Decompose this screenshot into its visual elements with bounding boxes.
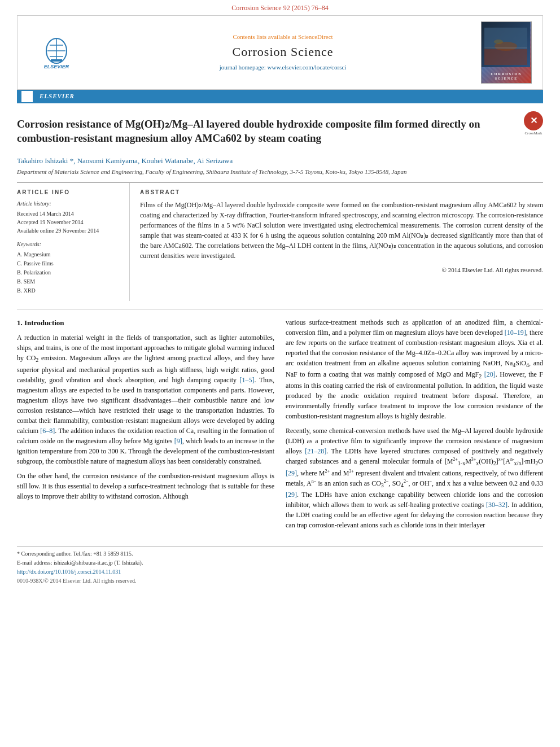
journal-cover-image: CORROSION SCIENCE <box>478 21 535 84</box>
journal-citation: Corrosion Science 92 (2015) 76–84 <box>0 0 560 15</box>
citation-text: Corrosion Science 92 (2015) 76–84 <box>231 4 328 12</box>
intro-para-2: On the other hand, the corrosion resista… <box>17 471 274 501</box>
section-number: 1. <box>17 318 23 327</box>
elsevier-logo: ELSEVIER <box>34 31 79 73</box>
authors-line: Takahiro Ishizaki *, Naosumi Kamiyama, K… <box>17 156 543 166</box>
abstract-body: Films of the Mg(OH)₂/Mg–Al layered doubl… <box>140 201 543 260</box>
article-info-panel: Article Info Article history: Received 1… <box>17 183 130 301</box>
keyword-4: B. SEM <box>17 277 120 286</box>
sciencedirect-link: Contents lists available at ScienceDirec… <box>233 33 333 41</box>
footnote-area: * Corresponding author. Tel./fax: +81 3 … <box>17 546 543 567</box>
journal-title: Corrosion Science <box>233 43 334 61</box>
article-info-header: Article Info <box>17 189 120 196</box>
sciencedirect-text: ScienceDirect <box>298 33 333 40</box>
right-para-1: various surface-treatment methods such a… <box>286 317 543 422</box>
received-date: Received 14 March 2014 <box>17 209 120 218</box>
article-title: Corrosion resistance of Mg(OH)₂/Mg–Al la… <box>17 117 543 146</box>
article-history: Article history: Received 14 March 2014 … <box>17 200 120 235</box>
body-right-column: various surface-treatment methods such a… <box>286 317 543 535</box>
affiliation-text: Department of Materials Science and Engi… <box>17 168 543 176</box>
history-label: Article history: <box>17 200 120 208</box>
accepted-date: Accepted 19 November 2014 <box>17 218 120 226</box>
available-date: Available online 29 November 2014 <box>17 226 120 235</box>
body-left-column: 1. Introduction A reduction in material … <box>17 317 274 535</box>
issn-text: 0010-938X/© 2014 Elsevier Ltd. All right… <box>17 577 543 585</box>
cover-image: CORROSION SCIENCE <box>481 21 532 84</box>
crossmark-widget[interactable]: ✕ CrossMark <box>524 111 543 137</box>
cover-label1: CORROSION <box>491 72 522 76</box>
article-body: Article Info Article history: Received 1… <box>17 182 543 301</box>
intro-heading: 1. Introduction <box>17 317 274 329</box>
abstract-header: Abstract <box>140 189 543 196</box>
keyword-5: B. XRD <box>17 286 120 295</box>
elsevier-name: ELSEVIER <box>40 92 75 101</box>
main-content: ✕ CrossMark Corrosion resistance of Mg(O… <box>17 103 543 540</box>
copyright-text: © 2014 Elsevier Ltd. All rights reserved… <box>140 265 543 275</box>
doi-link[interactable]: http://dx.doi.org/10.1016/j.corsci.2014.… <box>17 568 543 576</box>
cover-label2: SCIENCE <box>491 77 522 81</box>
abstract-panel: Abstract Films of the Mg(OH)₂/Mg–Al laye… <box>130 183 543 301</box>
journal-header: ELSEVIER Contents lists available at Sci… <box>17 15 543 90</box>
elsevier-bar: ELSEVIER <box>17 90 543 103</box>
svg-rect-12 <box>484 47 527 49</box>
keyword-1: A. Magnesium <box>17 250 120 259</box>
right-para-2: Recently, some chemical-conversion metho… <box>286 426 543 530</box>
footnote-email: E-mail address: ishizaki@shibaura-it.ac.… <box>17 559 543 567</box>
abstract-text: Films of the Mg(OH)₂/Mg–Al layered doubl… <box>140 200 543 275</box>
journal-homepage: journal homepage: www.elsevier.com/locat… <box>220 63 347 72</box>
footnote-star: * Corresponding author. Tel./fax: +81 3 … <box>17 550 543 558</box>
journal-header-center: Contents lists available at ScienceDirec… <box>88 33 478 72</box>
body-two-columns: 1. Introduction A reduction in material … <box>17 309 543 535</box>
elsevier-logo-area: ELSEVIER <box>25 31 88 73</box>
authors-text: Takahiro Ishizaki *, Naosumi Kamiyama, K… <box>17 156 233 165</box>
elsevier-logo-white-box <box>21 91 33 102</box>
cover-art <box>482 22 530 67</box>
keywords-label: Keywords: <box>17 241 120 248</box>
svg-rect-9 <box>484 49 527 65</box>
svg-text:ELSEVIER: ELSEVIER <box>44 64 69 69</box>
svg-point-11 <box>494 40 503 44</box>
crossmark-label: CrossMark <box>524 131 543 137</box>
keyword-3: B. Polarization <box>17 268 120 277</box>
keywords-section: Keywords: A. Magnesium C. Passive films … <box>17 241 120 295</box>
title-area: ✕ CrossMark Corrosion resistance of Mg(O… <box>17 109 543 151</box>
contents-text: Contents lists available at <box>233 33 296 40</box>
elsevier-logo-svg: ELSEVIER <box>34 31 79 71</box>
crossmark-circle: ✕ <box>524 111 543 130</box>
homepage-text: journal homepage: www.elsevier.com/locat… <box>220 64 347 71</box>
intro-para-1: A reduction in material weight in the fi… <box>17 333 274 466</box>
crossmark-x: ✕ <box>530 115 537 127</box>
keyword-2: C. Passive films <box>17 259 120 268</box>
